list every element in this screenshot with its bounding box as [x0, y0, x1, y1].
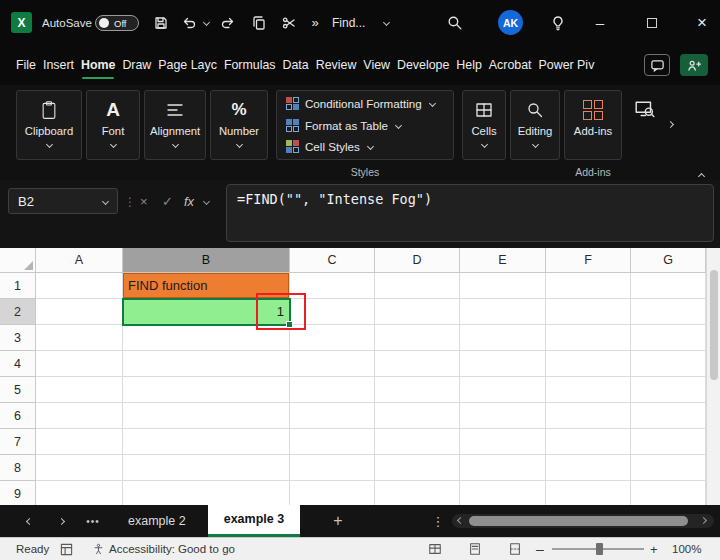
number-group-button[interactable]: % Number [210, 90, 268, 160]
cell-E2[interactable] [460, 299, 546, 325]
menu-item-formulas[interactable]: Formulas [224, 45, 276, 85]
cell-A2[interactable] [36, 299, 123, 325]
cell-G7[interactable] [631, 429, 706, 455]
column-header-A[interactable]: A [36, 248, 123, 273]
cell-C4[interactable] [290, 351, 375, 377]
alignment-group-button[interactable]: Alignment [144, 90, 206, 160]
cell-styles-button[interactable]: Cell Styles [286, 140, 444, 153]
cell-F1[interactable] [546, 273, 631, 299]
menu-item-home[interactable]: Home [81, 45, 115, 85]
cell-A9[interactable] [36, 481, 123, 505]
zoom-in-button[interactable]: + [650, 538, 658, 560]
menu-item-view[interactable]: View [363, 45, 390, 85]
ideas-button[interactable] [544, 0, 572, 45]
column-header-G[interactable]: G [631, 248, 706, 273]
cancel-button[interactable]: × [140, 180, 156, 222]
column-header-B[interactable]: B [123, 248, 290, 273]
cell-G4[interactable] [631, 351, 706, 377]
column-header-E[interactable]: E [460, 248, 546, 273]
editing-group-button[interactable]: Editing [510, 90, 560, 160]
cell-F5[interactable] [546, 377, 631, 403]
page-layout-view-button[interactable] [468, 538, 482, 560]
row-header-1[interactable]: 1 [0, 273, 36, 299]
cell-G3[interactable] [631, 325, 706, 351]
copy-button[interactable] [246, 0, 272, 45]
cell-E5[interactable] [460, 377, 546, 403]
screen-search-button[interactable] [634, 99, 656, 121]
close-button[interactable]: × [684, 0, 720, 45]
zoom-level[interactable]: 100% [672, 538, 701, 560]
menu-item-acrobat[interactable]: Acrobat [489, 45, 532, 85]
cell-B7[interactable] [123, 429, 290, 455]
menu-item-review[interactable]: Review [316, 45, 357, 85]
cell-D2[interactable] [375, 299, 460, 325]
page-break-view-button[interactable] [508, 538, 522, 560]
row-header-8[interactable]: 8 [0, 455, 36, 481]
insert-function-button[interactable]: fx [184, 180, 202, 222]
cell-G8[interactable] [631, 455, 706, 481]
font-group-button[interactable]: A Font [86, 90, 140, 160]
cell-C9[interactable] [290, 481, 375, 505]
cell-C8[interactable] [290, 455, 375, 481]
sheet-more-button[interactable]: ⋮ [430, 505, 446, 537]
menu-item-draw[interactable]: Draw [122, 45, 151, 85]
cell-G6[interactable] [631, 403, 706, 429]
scroll-left-icon[interactable] [457, 517, 464, 524]
toolbar-overflow[interactable]: » [306, 0, 324, 45]
cell-A8[interactable] [36, 455, 123, 481]
account-avatar[interactable]: AK [498, 10, 523, 35]
row-header-6[interactable]: 6 [0, 403, 36, 429]
accessibility-status[interactable]: Accessibility: Good to go [92, 538, 235, 560]
conditional-formatting-button[interactable]: Conditional Formatting [286, 97, 444, 110]
cell-E6[interactable] [460, 403, 546, 429]
redo-button[interactable] [216, 0, 240, 45]
find-dropdown[interactable]: Find... [332, 0, 378, 45]
cell-F9[interactable] [546, 481, 631, 505]
cell-A5[interactable] [36, 377, 123, 403]
find-chevron[interactable] [380, 0, 392, 45]
menu-item-insert[interactable]: Insert [43, 45, 74, 85]
comments-button[interactable] [644, 54, 670, 76]
cell-D5[interactable] [375, 377, 460, 403]
cut-button[interactable] [276, 0, 302, 45]
cell-F6[interactable] [546, 403, 631, 429]
cell-B9[interactable] [123, 481, 290, 505]
normal-view-button[interactable] [428, 538, 442, 560]
share-button[interactable] [680, 54, 708, 76]
menu-item-help[interactable]: Help [456, 45, 481, 85]
cell-F4[interactable] [546, 351, 631, 377]
vertical-scrollbar-thumb[interactable] [710, 270, 718, 380]
format-as-table-button[interactable]: Format as Table [286, 119, 444, 132]
sheet-scroll-left-button[interactable] [18, 505, 40, 537]
row-header-4[interactable]: 4 [0, 351, 36, 377]
menu-item-page-layc[interactable]: Page Layc [158, 45, 217, 85]
cell-A4[interactable] [36, 351, 123, 377]
row-header-7[interactable]: 7 [0, 429, 36, 455]
cell-A3[interactable] [36, 325, 123, 351]
cell-D7[interactable] [375, 429, 460, 455]
cell-B6[interactable] [123, 403, 290, 429]
row-header-9[interactable]: 9 [0, 481, 36, 505]
autosave-toggle[interactable]: Off [95, 15, 139, 31]
cell-A6[interactable] [36, 403, 123, 429]
cells-group-button[interactable]: Cells [462, 90, 506, 160]
cell-D8[interactable] [375, 455, 460, 481]
sheet-overflow-button[interactable]: ••• [80, 505, 106, 537]
cell-E3[interactable] [460, 325, 546, 351]
horizontal-scrollbar-thumb[interactable] [469, 516, 688, 526]
cell-E1[interactable] [460, 273, 546, 299]
row-header-3[interactable]: 3 [0, 325, 36, 351]
undo-button[interactable] [178, 0, 200, 45]
cell-F3[interactable] [546, 325, 631, 351]
cell-G5[interactable] [631, 377, 706, 403]
cell-D4[interactable] [375, 351, 460, 377]
sheet-tab-example-3[interactable]: example 3 [208, 505, 300, 537]
fx-chevron[interactable] [204, 180, 216, 222]
cell-D1[interactable] [375, 273, 460, 299]
cell-G1[interactable] [631, 273, 706, 299]
formula-input[interactable]: =FIND("", "Intense Fog") [226, 184, 714, 242]
column-header-D[interactable]: D [375, 248, 460, 273]
cell-F2[interactable] [546, 299, 631, 325]
select-all-button[interactable] [0, 248, 36, 273]
minimize-button[interactable]: – [582, 0, 618, 45]
